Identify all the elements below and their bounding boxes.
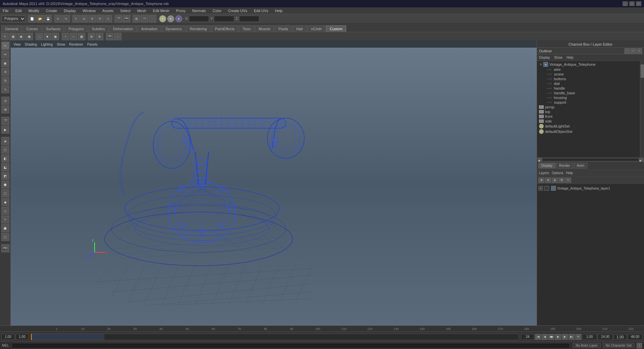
light3-button[interactable]: ● (175, 15, 182, 22)
outliner-item-buttons[interactable]: —○ buttons (538, 77, 639, 81)
tab-polygons[interactable]: Polygons (65, 26, 87, 32)
save-file-button[interactable]: 💾 (44, 15, 52, 22)
shading-menu[interactable]: Shading (25, 43, 37, 46)
show-manipulator-button[interactable]: ⊕ (1, 105, 9, 113)
layer-tab-anim[interactable]: Anim (574, 163, 588, 168)
outliner-close[interactable]: × (637, 48, 642, 54)
tab-fluids[interactable]: Fluids (275, 26, 292, 32)
outliner-menu-show[interactable]: Show (554, 56, 562, 59)
outliner-item-persp[interactable]: persp (538, 105, 639, 109)
outliner-hscroll-bar[interactable] (542, 158, 639, 161)
view-menu[interactable]: View (13, 43, 21, 46)
tool6[interactable]: ⬢ (1, 181, 9, 189)
outliner-menu-help[interactable]: Help (567, 56, 574, 59)
move-tool-button[interactable]: ✛ (89, 15, 96, 22)
tab-rendering[interactable]: Rendering (186, 26, 211, 32)
snap-live-button[interactable]: ⊕ (96, 33, 103, 40)
outliner-item-support[interactable]: —○ support (538, 100, 639, 105)
menu-edit-uvs[interactable]: Edit UVs (253, 8, 270, 13)
step-back-button[interactable]: ◀ (542, 334, 548, 340)
redo-button[interactable]: ↪ (62, 15, 70, 22)
outliner-item-screw[interactable]: —○ screw (538, 72, 639, 77)
move-tool[interactable]: ✛ (1, 68, 9, 76)
show-grid-button[interactable]: ⊞ (88, 33, 95, 40)
titlebar-controls[interactable]: _ □ × (623, 1, 641, 6)
command-line[interactable] (12, 343, 570, 348)
render-view-button[interactable]: 🎬 (1, 117, 9, 125)
tab-muscle[interactable]: Muscle (255, 26, 274, 32)
arrow-button[interactable]: → (114, 33, 121, 40)
tab-curves[interactable]: Curves (22, 26, 42, 32)
textured-button[interactable]: ▣ (52, 33, 59, 40)
end-frame-input[interactable] (598, 334, 613, 340)
layer-item[interactable]: V Vintage_Antique_Telephone_layer1 (538, 185, 643, 191)
menu-create-uvs[interactable]: Create UVs (227, 8, 249, 13)
tool4[interactable]: ⬕ (1, 163, 9, 171)
outliner-scrollbar[interactable] (640, 61, 644, 157)
tab-toon[interactable]: Toon (239, 26, 254, 32)
camera-button[interactable]: 📷 (106, 33, 113, 40)
snap-curve-button[interactable]: 〜 (141, 15, 148, 22)
time-frame-input[interactable] (521, 334, 534, 340)
close-button[interactable]: × (636, 1, 641, 6)
tool10[interactable]: ⟡ (1, 215, 9, 223)
panels-menu[interactable]: Panels (87, 43, 98, 46)
outliner-scroll-right[interactable]: ▸ (639, 158, 643, 161)
layer-visibility-toggle[interactable]: V (538, 186, 543, 191)
menu-display[interactable]: Display (62, 8, 77, 13)
loop-button[interactable]: ⟳ (575, 334, 581, 340)
snap-grid-button[interactable]: ⊞ (133, 15, 140, 22)
show-menu[interactable]: Show (57, 43, 65, 46)
viewport[interactable]: View Shading Lighting Show Renderer Pane… (11, 41, 537, 326)
go-end-button[interactable]: ▶| (569, 334, 575, 340)
outliner-item-top[interactable]: top (538, 109, 639, 114)
outliner-item-wire[interactable]: —○ wire (538, 67, 639, 72)
outliner-scroll-left[interactable]: ◂ (538, 158, 542, 161)
tool12[interactable]: ⬠ (1, 233, 9, 241)
go-start-button[interactable]: |◀ (535, 334, 541, 340)
layer-select-button[interactable]: ↖ (565, 178, 571, 183)
component-button[interactable]: ▣ (25, 33, 33, 40)
layer-options-button[interactable]: ⚙ (558, 178, 565, 183)
tool3[interactable]: ◧ (1, 154, 9, 162)
tab-ncloth[interactable]: nCloth (307, 26, 325, 32)
soft-select-button[interactable]: ⊙ (1, 97, 9, 105)
tool8[interactable]: ◆ (1, 198, 9, 206)
tool9[interactable]: ◇ (1, 207, 9, 215)
play-back-button[interactable]: ◀▶ (548, 334, 554, 340)
layer-subtab-options[interactable]: Options (552, 171, 563, 175)
hierarchy-button[interactable]: ▦ (9, 33, 17, 40)
tab-dynamics[interactable]: Dynamics (162, 26, 185, 32)
outliner-item-defaultobjectset[interactable]: defaultObjectSet (538, 129, 639, 134)
light1-button[interactable]: ● (159, 15, 166, 22)
undo-button[interactable]: ↩ (54, 15, 62, 22)
menu-assets[interactable]: Assets (101, 8, 115, 13)
paint-button[interactable]: ✏ (1, 50, 9, 58)
tab-custom[interactable]: Custom (326, 26, 346, 32)
tool7[interactable]: ⬡ (1, 189, 9, 197)
layer-tab-render[interactable]: Render (556, 163, 573, 168)
rotate-tool-button[interactable]: ↻ (97, 15, 104, 22)
tab-general[interactable]: General (1, 26, 22, 32)
selection-mask-button[interactable]: ↖ (1, 33, 9, 40)
start-frame-input[interactable] (582, 334, 597, 340)
snap-point-button[interactable]: · (149, 15, 156, 22)
menu-color[interactable]: Color (211, 8, 223, 13)
select-button[interactable]: ↖ (1, 42, 9, 50)
outliner-item-dial[interactable]: —○ dial (538, 81, 639, 86)
outliner-item-housing[interactable]: —○ housing (538, 95, 639, 100)
layer-create-button[interactable]: ⊞ (538, 178, 544, 183)
snapshot-button[interactable]: 📷 (123, 15, 130, 22)
tab-deformation[interactable]: Deformation (109, 26, 137, 32)
layer-subtab-help[interactable]: Help (566, 171, 573, 175)
outliner-maximize[interactable]: □ (631, 48, 636, 54)
menu-select[interactable]: Select (119, 8, 132, 13)
outliner-menu-display[interactable]: Display (539, 56, 550, 59)
outliner-item-handle-base[interactable]: —○ handle_base (538, 91, 639, 95)
step-forward-button[interactable]: ▶ (562, 334, 568, 340)
tool2[interactable]: ⬡ (1, 146, 9, 154)
outliner-item-front[interactable]: front (538, 114, 639, 119)
edge-button[interactable]: ─ (70, 33, 77, 40)
menu-proxy[interactable]: Proxy (175, 8, 187, 13)
light2-button[interactable]: ● (167, 15, 174, 22)
